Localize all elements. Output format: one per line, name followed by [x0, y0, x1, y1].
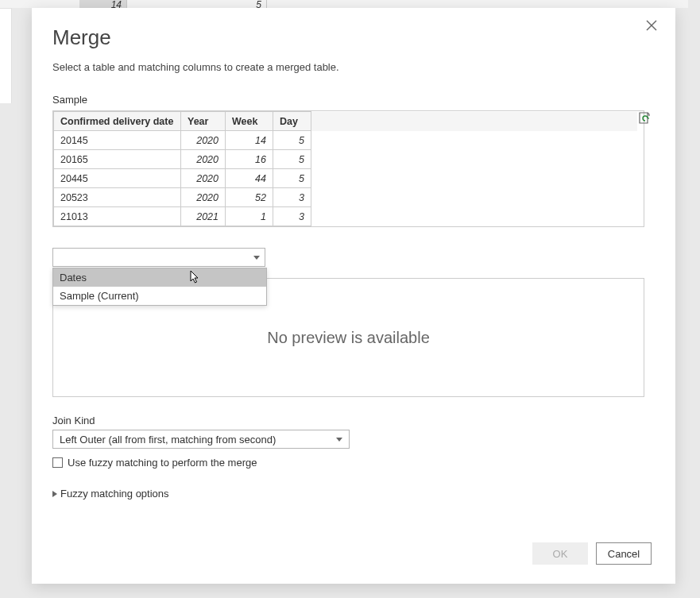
cell-day: 3 — [273, 188, 311, 207]
cell-day: 5 — [273, 150, 311, 169]
cell-cdd: 20523 — [54, 188, 181, 207]
col-header-week[interactable]: Week — [226, 112, 273, 131]
col-header-year[interactable]: Year — [181, 112, 226, 131]
cell-week: 52 — [226, 188, 273, 207]
fuzzy-matching-row: Use fuzzy matching to perform the merge — [52, 457, 655, 469]
cell-week: 16 — [226, 150, 273, 169]
cell-day: 3 — [273, 207, 311, 226]
col-header-day[interactable]: Day — [273, 112, 311, 131]
bg-left-strip — [0, 8, 12, 103]
cancel-button[interactable]: Cancel — [596, 542, 652, 565]
table2-option-sample-current[interactable]: Sample (Current) — [53, 287, 266, 305]
col-header-cdd[interactable]: Confirmed delivery date — [54, 112, 181, 131]
table1-preview: Confirmed delivery date Year Week Day 20… — [52, 110, 644, 227]
join-kind-select[interactable]: Left Outer (all from first, matching fro… — [52, 430, 350, 449]
table2-dropdown: Dates Sample (Current) — [52, 268, 267, 306]
fuzzy-matching-label: Use fuzzy matching to perform the merge — [68, 457, 257, 469]
fuzzy-options-expander[interactable]: Fuzzy matching options — [52, 488, 655, 500]
cancel-label: Cancel — [608, 548, 640, 560]
cell-year: 2020 — [181, 169, 226, 188]
option-label: Sample (Current) — [60, 290, 139, 302]
preview-message: No preview is available — [267, 329, 430, 347]
cell-cdd: 20165 — [54, 150, 181, 169]
close-button[interactable] — [645, 19, 661, 35]
cell-day: 5 — [273, 131, 311, 150]
triangle-right-icon — [52, 491, 57, 497]
cell-year: 2021 — [181, 207, 226, 226]
chevron-down-icon — [336, 438, 342, 442]
chevron-down-icon — [253, 256, 260, 260]
table-row[interactable]: 21013 2021 1 3 — [54, 207, 637, 226]
refresh-icon — [637, 111, 652, 125]
merge-dialog: Merge Select a table and matching column… — [32, 8, 675, 584]
table-row[interactable]: 20165 2020 16 5 — [54, 150, 637, 169]
cell-week: 44 — [226, 169, 273, 188]
table2-select[interactable]: Dates Sample (Current) — [52, 248, 265, 267]
dialog-description: Select a table and matching columns to c… — [52, 61, 655, 73]
cell-year: 2020 — [181, 150, 226, 169]
cell-week: 1 — [226, 207, 273, 226]
cell-cdd: 20145 — [54, 131, 181, 150]
fuzzy-options-label: Fuzzy matching options — [60, 488, 169, 500]
table1-label: Sample — [52, 94, 655, 106]
table2-option-dates[interactable]: Dates — [53, 268, 266, 287]
join-kind-label: Join Kind — [52, 415, 655, 426]
close-icon — [645, 19, 658, 32]
refresh-preview-button[interactable] — [637, 111, 652, 125]
cell-cdd: 21013 — [54, 207, 181, 226]
join-kind-value: Left Outer (all from first, matching fro… — [60, 434, 276, 446]
dialog-title: Merge — [52, 25, 655, 50]
bg-cell-week: 14 — [79, 0, 127, 8]
cell-cdd: 20445 — [54, 169, 181, 188]
cell-year: 2020 — [181, 131, 226, 150]
dialog-buttons: OK Cancel — [532, 542, 652, 565]
cell-week: 14 — [226, 131, 273, 150]
cell-day: 5 — [273, 169, 311, 188]
table-row[interactable]: 20145 2020 14 5 — [54, 131, 637, 150]
bg-cell-day: 5 — [127, 0, 267, 8]
table-row[interactable]: 20445 2020 44 5 — [54, 169, 637, 188]
table-row[interactable]: 20523 2020 52 3 — [54, 188, 637, 207]
fuzzy-matching-checkbox[interactable] — [52, 457, 63, 468]
table1-grid[interactable]: Confirmed delivery date Year Week Day 20… — [53, 111, 637, 226]
ok-label: OK — [553, 548, 568, 560]
ok-button: OK — [532, 542, 588, 565]
cursor-icon — [190, 270, 201, 284]
option-label: Dates — [60, 272, 87, 284]
cell-year: 2020 — [181, 188, 226, 207]
